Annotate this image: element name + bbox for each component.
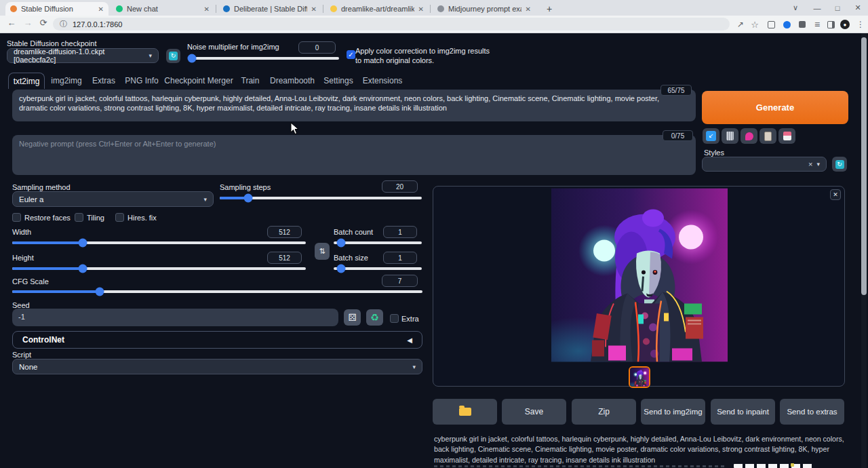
checkpoint-refresh-button[interactable]: ↻ <box>166 49 180 63</box>
page-info-icon[interactable]: ⓘ <box>60 19 67 29</box>
tab-dreambooth[interactable]: Dreambooth <box>267 73 317 89</box>
browser-tab-deliberate[interactable]: Deliberate | Stable Diffusion Che ✕ <box>218 2 321 16</box>
seed-input[interactable]: -1 <box>12 309 338 326</box>
negative-prompt-input[interactable]: Negative prompt (press Ctrl+Enter or Alt… <box>12 135 696 175</box>
tab-extensions[interactable]: Extensions <box>360 73 405 89</box>
share-icon[interactable]: ↗ <box>734 18 747 31</box>
hires-fix-checkbox[interactable] <box>115 213 124 222</box>
tiling-label: Tiling <box>87 214 104 222</box>
width-value[interactable]: 512 <box>267 226 302 238</box>
browser-tab-stable-diffusion[interactable]: Stable Diffusion ✕ <box>5 2 108 16</box>
prompt-token-counter: 65/75 <box>660 85 692 96</box>
paste-params-button[interactable]: ↙ <box>703 128 719 144</box>
browser-menu-icon[interactable]: ⋮ <box>854 18 867 31</box>
extra-networks-button[interactable] <box>741 128 757 144</box>
prompt-input[interactable]: cyberpunk girl in jacket, colorful tatto… <box>12 90 696 121</box>
bookmark-star-icon[interactable]: ☆ <box>749 18 761 31</box>
back-icon[interactable]: ← <box>5 18 18 28</box>
width-label: Width <box>12 228 31 236</box>
tab-close-icon[interactable]: ✕ <box>418 5 424 13</box>
restore-faces-checkbox[interactable] <box>12 213 21 222</box>
slider-knob[interactable] <box>79 239 87 248</box>
recycle-icon: ♻ <box>370 312 379 323</box>
styles-dropdown[interactable]: × ▾ <box>702 157 827 172</box>
clear-styles-icon[interactable]: × <box>808 160 812 168</box>
window-maximize-button[interactable]: □ <box>827 0 848 16</box>
window-menu-icon[interactable]: ∨ <box>785 0 806 16</box>
slider-knob[interactable] <box>79 265 87 273</box>
open-folder-button[interactable] <box>433 399 497 425</box>
slider-knob[interactable] <box>188 54 197 63</box>
tab-train[interactable]: Train <box>237 73 263 89</box>
gallery-thumbnail[interactable] <box>629 366 650 388</box>
styles-refresh-button[interactable]: ↻ <box>832 157 847 172</box>
tab-list-icon[interactable]: ≡ <box>811 18 823 31</box>
slider-knob[interactable] <box>96 288 104 296</box>
tiling-checkbox[interactable] <box>75 213 83 222</box>
window-close-button[interactable]: ✕ <box>848 0 868 16</box>
browser-tab-dreamlike[interactable]: dreamlike-art/dreamlike-diffusio ✕ <box>326 2 429 16</box>
tab-txt2img[interactable]: txt2img <box>8 73 45 89</box>
sampling-steps-slider[interactable] <box>220 197 422 199</box>
send-to-inpaint-button[interactable]: Send to inpaint <box>711 399 775 425</box>
batch-count-value[interactable]: 1 <box>383 226 417 238</box>
tab-checkpoint-merger[interactable]: Checkpoint Merger <box>163 73 235 89</box>
apps-grid-icon[interactable] <box>765 18 777 31</box>
cfg-scale-slider[interactable] <box>12 290 422 293</box>
browser-tab-midjourney[interactable]: Midjourney prompt examples : L ✕ <box>433 2 536 16</box>
height-value[interactable]: 512 <box>267 252 302 264</box>
save-style-button[interactable] <box>778 128 795 144</box>
save-button[interactable]: Save <box>502 399 566 425</box>
tab-close-icon[interactable]: ✕ <box>526 5 531 13</box>
generate-button[interactable]: Generate <box>702 91 848 124</box>
chevron-down-icon: ▾ <box>149 52 152 59</box>
profile-avatar[interactable]: ● <box>839 18 851 31</box>
batch-size-slider[interactable] <box>334 267 422 270</box>
height-slider[interactable] <box>12 267 306 270</box>
controlnet-accordion[interactable]: ControlNet ◀ <box>12 331 422 349</box>
random-seed-button[interactable]: ⚄ <box>344 309 361 326</box>
address-bar[interactable]: ⓘ 127.0.0.1:7860 <box>53 18 730 31</box>
tab-close-icon[interactable]: ✕ <box>311 5 317 13</box>
sampling-steps-value[interactable]: 20 <box>382 180 418 193</box>
tab-extras[interactable]: Extras <box>88 73 119 89</box>
color-correction-checkbox[interactable]: ✓ <box>347 50 355 59</box>
tab-close-icon[interactable]: ✕ <box>204 5 210 13</box>
noise-multiplier-value[interactable]: 0 <box>298 41 336 54</box>
clear-prompt-button[interactable] <box>722 128 738 144</box>
extensions-puzzle-icon[interactable] <box>796 18 808 31</box>
status-dot-icon[interactable] <box>781 18 793 31</box>
sampling-method-dropdown[interactable]: Euler a ▾ <box>12 191 214 207</box>
window-minimize-button[interactable]: — <box>807 0 827 16</box>
close-gallery-button[interactable]: ✕ <box>830 189 841 200</box>
slider-knob[interactable] <box>244 194 253 203</box>
forward-icon[interactable]: → <box>22 18 34 28</box>
extra-seed-checkbox[interactable] <box>390 314 399 323</box>
batch-size-value[interactable]: 1 <box>383 252 417 264</box>
generated-image[interactable] <box>551 188 728 362</box>
send-to-img2img-button[interactable]: Send to img2img <box>641 399 705 425</box>
new-tab-button[interactable]: + <box>543 3 555 15</box>
batch-count-slider[interactable] <box>334 241 422 244</box>
swap-dimensions-button[interactable]: ⇅ <box>315 243 330 260</box>
cfg-scale-value[interactable]: 7 <box>382 275 418 287</box>
send-to-extras-button[interactable]: Send to extras <box>780 399 844 425</box>
script-dropdown[interactable]: None ▾ <box>12 359 422 374</box>
sidebar-icon[interactable] <box>825 18 837 31</box>
tab-close-icon[interactable]: ✕ <box>98 5 104 13</box>
page-scrollbar[interactable] <box>861 33 867 468</box>
noise-multiplier-slider[interactable] <box>190 57 339 60</box>
width-slider[interactable] <box>12 241 306 244</box>
tab-img2img[interactable]: img2img <box>50 73 83 89</box>
tab-png-info[interactable]: PNG Info <box>125 73 159 89</box>
reuse-seed-button[interactable]: ♻ <box>366 309 383 326</box>
reload-icon[interactable]: ⟳ <box>37 18 50 28</box>
tab-settings[interactable]: Settings <box>321 73 356 89</box>
browser-tab-new-chat[interactable]: New chat ✕ <box>111 2 214 16</box>
checkpoint-dropdown[interactable]: dreamlike-diffusion-1.0.ckpt [0aecbcfa2c… <box>7 48 159 63</box>
zip-button[interactable]: Zip <box>572 399 636 425</box>
apply-style-button[interactable] <box>760 128 776 144</box>
scrollbar-thumb[interactable] <box>861 37 867 295</box>
slider-knob[interactable] <box>337 239 346 248</box>
slider-knob[interactable] <box>337 265 346 273</box>
